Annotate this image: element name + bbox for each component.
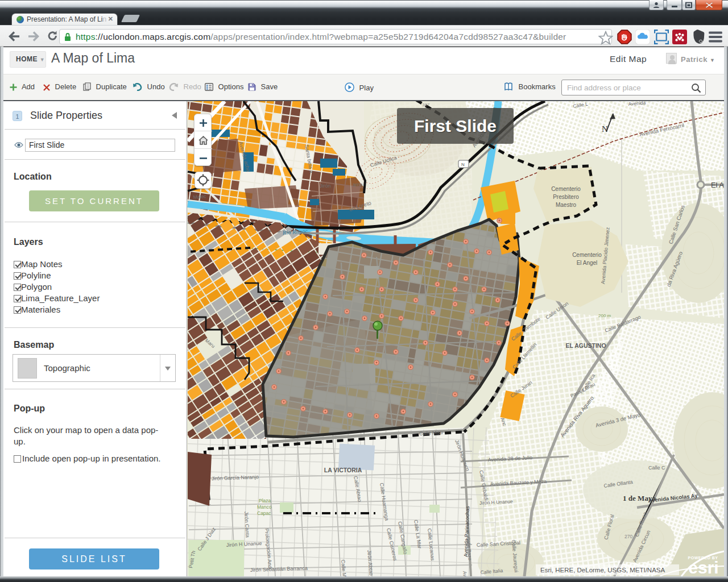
- svg-text:arca: arca: [353, 182, 363, 188]
- svg-text:Plaza: Plaza: [259, 498, 271, 504]
- svg-text:LA VICTORIA: LA VICTORIA: [324, 467, 362, 473]
- svg-text:El Angel: El Angel: [577, 260, 598, 266]
- svg-text:N: N: [602, 124, 608, 134]
- svg-text:200 m: 200 m: [598, 313, 611, 318]
- svg-text:Cementerio: Cementerio: [551, 186, 581, 192]
- svg-text:Esri, HERE, DeLorme, USGS, MET: Esri, HERE, DeLorme, USGS, METI/NASA: [540, 567, 665, 573]
- svg-text:Cementerio: Cementerio: [572, 252, 602, 258]
- svg-text:EL AGUSTINO: EL AGUSTINO: [565, 342, 606, 349]
- svg-text:Presbitero: Presbitero: [553, 194, 579, 200]
- svg-text:Malec: Malec: [193, 193, 206, 200]
- svg-text:El A: El A: [711, 181, 724, 189]
- svg-text:270: 270: [624, 534, 632, 539]
- svg-text:N: N: [461, 162, 465, 167]
- svg-text:esri: esri: [688, 558, 718, 576]
- svg-text:Manco: Manco: [257, 504, 272, 510]
- svg-text:Capac: Capac: [257, 510, 271, 516]
- svg-text:Maestro: Maestro: [556, 202, 577, 208]
- svg-text:387: 387: [422, 102, 430, 107]
- svg-text:Jirón: Jirón: [320, 183, 331, 189]
- svg-text:Calle C: Calle C: [648, 465, 665, 471]
